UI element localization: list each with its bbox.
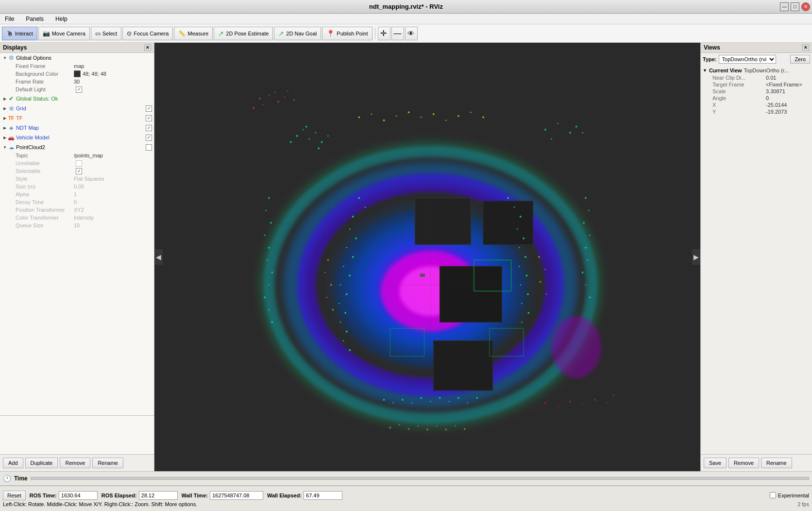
minimize-button[interactable]: — — [780, 2, 789, 11]
tool-plus[interactable]: ✛ — [378, 27, 390, 40]
tree-item-global-status: ✔ Global Status: Ok — [0, 94, 154, 103]
global-status-row[interactable]: ✔ Global Status: Ok — [0, 94, 154, 103]
svg-point-81 — [340, 322, 341, 323]
ndt-map-arrow[interactable] — [2, 125, 8, 131]
ndt-map-checkbox[interactable] — [146, 125, 152, 131]
tool-publish-point[interactable]: 📍 Publish Point — [322, 27, 372, 40]
tool-move-camera-label: Move Camera — [52, 31, 85, 36]
default-light-checkbox[interactable] — [76, 86, 82, 93]
add-button[interactable]: Add — [3, 458, 23, 468]
displays-close-button[interactable]: ✕ — [144, 44, 151, 51]
tree-item-vehicle-model: 🚗 Vehicle Model — [0, 133, 154, 142]
svg-point-130 — [552, 316, 601, 378]
svg-point-80 — [344, 312, 346, 314]
viewport-arrow-left[interactable]: ◀ — [154, 249, 163, 265]
tool-move-camera[interactable]: 📷 Move Camera — [38, 27, 90, 40]
bg-color-swatch[interactable] — [74, 70, 81, 77]
tool-eye[interactable]: 👁 — [405, 27, 418, 40]
time-track[interactable] — [31, 477, 809, 480]
svg-point-97 — [527, 312, 529, 314]
vehicle-model-checkbox[interactable] — [146, 135, 152, 141]
target-frame-row: Target Frame <Fixed Frame> — [703, 81, 810, 88]
menu-panels[interactable]: Panels — [23, 15, 47, 23]
ros-elapsed-group: ROS Elapsed: — [102, 491, 178, 500]
svg-point-37 — [265, 210, 267, 211]
ndt-map-row[interactable]: ◈ NDT Map — [0, 123, 154, 132]
focus-icon: ⊙ — [127, 30, 132, 37]
reset-button[interactable]: Reset — [3, 491, 26, 500]
views-buttons: Save Remove Rename — [701, 454, 812, 471]
svg-point-20 — [557, 123, 558, 124]
svg-point-31 — [433, 113, 435, 115]
current-view-header[interactable]: ▼ Current View TopDownOrtho (r... — [703, 67, 810, 74]
near-clip-row: Near Clip Di... 0.01 — [703, 74, 810, 81]
global-status-arrow[interactable] — [2, 96, 8, 102]
displays-bottom — [0, 415, 154, 454]
views-zero-button[interactable]: Zero — [790, 55, 810, 64]
views-save-button[interactable]: Save — [704, 458, 727, 468]
rename-button[interactable]: Rename — [92, 458, 123, 468]
experimental-checkbox[interactable] — [770, 492, 776, 498]
ndt-map-label: NDT Map — [16, 125, 144, 131]
tf-arrow[interactable] — [2, 115, 8, 121]
menu-file[interactable]: File — [2, 15, 17, 23]
pointcloud2-arrow[interactable] — [2, 144, 8, 150]
viewport[interactable]: ◀ ▶ — [154, 43, 700, 471]
maximize-button[interactable]: □ — [791, 2, 799, 11]
unreliable-row: Unreliable — [0, 159, 154, 167]
pointcloud2-label: PointCloud2 — [16, 144, 144, 150]
angle-row: Angle 0 — [703, 95, 810, 102]
unreliable-checkbox[interactable] — [76, 160, 82, 167]
tool-2d-nav[interactable]: ↗ 2D Nav Goal — [274, 27, 321, 40]
svg-point-106 — [540, 281, 541, 283]
selectable-checkbox[interactable] — [76, 168, 82, 174]
experimental-group: Experimental — [770, 492, 809, 498]
wall-time-input[interactable] — [210, 491, 263, 500]
selectable-label: Selectable — [16, 168, 74, 174]
ros-elapsed-input[interactable] — [139, 491, 178, 500]
svg-rect-126 — [420, 274, 425, 277]
views-rename-button[interactable]: Rename — [761, 458, 792, 468]
displays-panel-title: Displays — [3, 44, 27, 51]
tool-2d-pose[interactable]: ↗ 2D Pose Estimate — [214, 27, 273, 40]
remove-button[interactable]: Remove — [60, 458, 90, 468]
svg-point-122 — [448, 401, 450, 403]
views-type-select[interactable]: TopDownOrtho (rvi — [719, 55, 776, 64]
style-value: Flat Squares — [74, 176, 104, 182]
svg-point-28 — [396, 116, 397, 117]
global-options-arrow[interactable] — [2, 55, 8, 61]
grid-checkbox[interactable] — [146, 105, 152, 112]
viewport-arrow-right[interactable]: ▶ — [692, 249, 700, 265]
tool-focus-camera[interactable]: ⊙ Focus Camera — [122, 27, 173, 40]
svg-point-132 — [399, 424, 400, 426]
near-clip-value: 0.01 — [766, 75, 776, 81]
y-value: -19.2073 — [766, 109, 787, 115]
tool-select[interactable]: ▭ Select — [91, 27, 122, 40]
tf-row[interactable]: TF TF — [0, 114, 154, 122]
grid-arrow[interactable] — [2, 105, 8, 111]
pointcloud2-checkbox[interactable] — [146, 144, 152, 151]
svg-point-121 — [439, 397, 441, 399]
tf-checkbox[interactable] — [146, 115, 152, 121]
tool-minus[interactable]: — — [391, 27, 404, 40]
wall-elapsed-input[interactable] — [304, 491, 342, 500]
alpha-label: Alpha — [16, 191, 74, 197]
vehicle-model-row[interactable]: 🚗 Vehicle Model — [0, 133, 154, 142]
svg-point-47 — [585, 197, 587, 199]
tool-interact[interactable]: 🖱 Interact — [2, 27, 37, 40]
topic-row: Topic /points_map — [0, 152, 154, 159]
close-button[interactable]: ✕ — [801, 2, 810, 11]
views-remove-button[interactable]: Remove — [728, 458, 759, 468]
views-close-button[interactable]: ✕ — [802, 44, 809, 51]
pointcloud2-row[interactable]: ☁ PointCloud2 — [0, 143, 154, 152]
global-options-row[interactable]: ⚙ Global Options — [0, 53, 154, 62]
grid-row[interactable]: ⊞ Grid — [0, 104, 154, 113]
frame-rate-label: Frame Rate — [16, 79, 74, 85]
svg-point-112 — [594, 399, 596, 401]
bg-color-label: Background Color — [16, 71, 74, 77]
ros-time-input[interactable] — [59, 491, 98, 500]
menu-help[interactable]: Help — [52, 15, 70, 23]
duplicate-button[interactable]: Duplicate — [25, 458, 58, 468]
tool-measure[interactable]: 📏 Measure — [174, 27, 213, 40]
vehicle-model-arrow[interactable] — [2, 135, 8, 140]
